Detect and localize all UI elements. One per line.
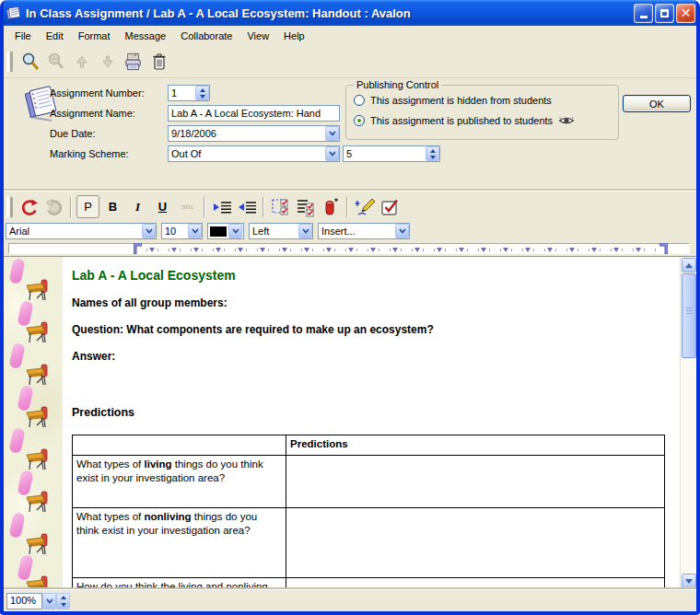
ruler-left-margin-marker[interactable]	[134, 243, 142, 254]
document-content[interactable]: Lab A - A Local Ecosystem Names of all g…	[63, 257, 680, 589]
annotate-button[interactable]	[353, 195, 376, 218]
due-date-dropdown-arrow[interactable]	[325, 126, 339, 141]
radio-published-icon[interactable]	[354, 115, 365, 126]
table-cell-question[interactable]: How do you think the living and nonlivin…	[73, 578, 286, 590]
table-header-empty[interactable]	[73, 435, 286, 456]
table-row: What types of nonliving things do you th…	[73, 508, 665, 578]
font-family-combo[interactable]: Arial	[6, 223, 157, 239]
ruler-right-margin-marker[interactable]	[659, 243, 668, 254]
radio-published-option[interactable]: This assignment is published to students	[354, 115, 575, 126]
pencil-plus-icon	[355, 197, 375, 217]
menu-item-file[interactable]: File	[7, 28, 39, 44]
indent-button[interactable]	[210, 195, 233, 218]
underline-button[interactable]: U	[151, 195, 174, 218]
zoom-spin-buttons[interactable]	[56, 593, 70, 609]
eraser-motif	[8, 512, 25, 539]
insert-field-button[interactable]	[319, 195, 342, 218]
radio-published-label: This assignment is published to students	[370, 115, 553, 126]
alignment-dropdown-arrow[interactable]	[298, 224, 312, 238]
maximize-button[interactable]	[655, 4, 674, 23]
marking-scheme-dropdown-arrow[interactable]	[325, 146, 339, 161]
font-family-dropdown-arrow[interactable]	[142, 224, 156, 238]
table-cell-answer[interactable]	[286, 456, 665, 508]
publishing-control-legend: Publishing Control	[354, 79, 441, 90]
assignment-name-input[interactable]: Lab A - A Local Ecosystem: Hand	[168, 105, 340, 122]
insert-combo[interactable]: Insert...	[318, 223, 410, 239]
marking-value-spin-buttons[interactable]	[426, 146, 439, 161]
table-cell-question[interactable]: What types of living things do you think…	[73, 456, 286, 508]
radio-hidden-option[interactable]: This assignment is hidden from students	[354, 95, 552, 106]
due-date-label: Due Date:	[50, 128, 96, 139]
table-header-predictions[interactable]: Predictions	[286, 435, 665, 456]
main-toolbar	[4, 46, 696, 78]
menu-item-collaborate[interactable]: Collaborate	[173, 28, 239, 44]
assignment-number-spinner[interactable]: 1	[168, 85, 210, 101]
table-header-row: Predictions	[73, 435, 665, 456]
scroll-up-button[interactable]	[682, 258, 696, 273]
marking-scheme-value: Out Of	[169, 148, 325, 159]
assignment-number-value[interactable]: 1	[169, 87, 195, 99]
table-cell-answer[interactable]	[286, 578, 665, 590]
find-button	[44, 51, 67, 74]
title-bar[interactable]: In Class Assignment / Lab A - A Local Ec…	[0, 0, 700, 26]
zoom-value[interactable]: 100%	[6, 593, 42, 609]
outdent-button[interactable]	[235, 195, 258, 218]
editor-toolbar-drag-handle[interactable]	[6, 197, 13, 217]
school-desk-motif	[26, 319, 51, 348]
eraser-motif	[8, 427, 25, 454]
toolbar-drag-handle[interactable]	[6, 52, 13, 72]
italic-button[interactable]: I	[126, 195, 149, 218]
undo-button[interactable]	[18, 195, 41, 218]
checklist-button[interactable]	[294, 195, 317, 218]
menu-item-view[interactable]: View	[239, 28, 276, 44]
minimize-button[interactable]	[634, 4, 653, 23]
font-size-combo[interactable]: 10	[161, 223, 203, 239]
table-cell-question[interactable]: What types of nonliving things do you th…	[73, 508, 286, 578]
marking-scheme-combo[interactable]: Out Of	[168, 145, 340, 162]
assignment-form: Assignment Number: 1 Assignment Name: La…	[4, 78, 696, 191]
predictions-table: Predictions What types of living things …	[72, 435, 665, 589]
menu-item-format[interactable]: Format	[71, 28, 118, 44]
menu-item-edit[interactable]: Edit	[39, 28, 71, 44]
document-heading: Lab A - A Local Ecosystem	[72, 268, 672, 283]
insert-checkbox-group-button[interactable]	[269, 195, 292, 218]
alignment-combo[interactable]: Left	[249, 223, 313, 239]
close-button[interactable]: ✕	[676, 4, 695, 23]
zoom-dropdown-arrow[interactable]	[42, 593, 56, 609]
font-color-dropdown-arrow[interactable]	[228, 224, 242, 238]
preview-button[interactable]	[18, 51, 41, 74]
redo-icon	[44, 197, 64, 217]
text-style-button: abc	[176, 195, 199, 218]
bold-button[interactable]: B	[101, 195, 124, 218]
scroll-thumb[interactable]	[682, 273, 696, 358]
scroll-down-button[interactable]	[682, 574, 696, 588]
move-up-button	[70, 51, 93, 74]
review-check-button[interactable]	[378, 195, 401, 218]
font-size-dropdown-arrow[interactable]	[188, 224, 202, 238]
bold-label: B	[109, 200, 117, 214]
table-cell-answer[interactable]	[286, 508, 665, 578]
due-date-combo[interactable]: 9/18/2006	[168, 125, 340, 142]
underline-label: U	[158, 200, 167, 214]
marking-value-spinner[interactable]: 5	[343, 145, 440, 162]
insert-dropdown-arrow[interactable]	[395, 224, 409, 238]
row-text: What types of	[76, 458, 145, 470]
radio-hidden-icon[interactable]	[354, 95, 365, 106]
outdent-icon	[237, 200, 257, 215]
delete-button[interactable]	[147, 51, 170, 74]
print-button[interactable]	[122, 51, 145, 74]
marking-value[interactable]: 5	[344, 148, 426, 159]
menu-item-message[interactable]: Message	[118, 28, 174, 44]
font-color-combo[interactable]	[207, 223, 244, 239]
ok-button[interactable]: OK	[623, 95, 691, 112]
minimize-icon	[640, 16, 648, 18]
indent-icon	[212, 200, 232, 215]
paragraph-question: Question: What components are required t…	[72, 323, 672, 336]
vertical-scrollbar[interactable]	[680, 257, 696, 589]
menu-item-help[interactable]: Help	[276, 28, 312, 44]
assignment-number-spin-buttons[interactable]	[195, 86, 209, 100]
document-area: Lab A - A Local Ecosystem Names of all g…	[4, 256, 696, 589]
zoom-control[interactable]: 100%	[6, 593, 70, 609]
paragraph-style-button[interactable]: P	[76, 195, 99, 218]
scroll-up-icon	[685, 263, 693, 268]
